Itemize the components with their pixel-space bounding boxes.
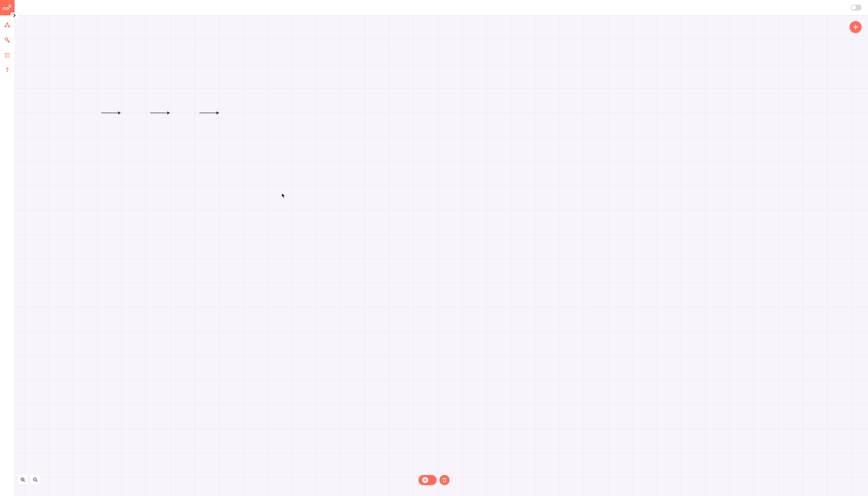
delete-execution-button[interactable] <box>439 475 450 485</box>
sidebar-expand-button[interactable] <box>11 13 18 18</box>
svg-rect-4 <box>5 26 6 27</box>
sidebar-item-executions[interactable] <box>0 47 15 62</box>
svg-rect-5 <box>9 26 10 27</box>
header <box>15 0 868 15</box>
help-icon <box>4 67 10 73</box>
bottom-action-bar <box>418 475 450 485</box>
zoom-in-icon <box>20 477 26 482</box>
play-icon <box>422 477 428 483</box>
svg-point-7 <box>7 71 7 72</box>
sidebar-item-workflows[interactable] <box>0 18 15 32</box>
workflow-canvas[interactable] <box>15 15 868 496</box>
trash-icon <box>443 478 447 482</box>
sidebar-item-credentials[interactable] <box>0 32 15 47</box>
n8n-logo-icon <box>3 4 12 11</box>
list-check-icon <box>4 52 10 58</box>
sidebar <box>0 0 15 496</box>
zoom-in-button[interactable] <box>18 475 28 485</box>
key-icon <box>4 37 10 43</box>
app-logo[interactable] <box>0 0 15 15</box>
add-node-button[interactable] <box>850 21 862 33</box>
sidebar-nav <box>0 18 15 77</box>
svg-point-2 <box>9 5 11 7</box>
zoom-out-icon <box>33 477 38 482</box>
chevron-right-icon <box>13 14 16 17</box>
connector[interactable] <box>150 113 170 113</box>
sidebar-item-help[interactable] <box>0 62 15 77</box>
active-toggle[interactable] <box>851 4 862 11</box>
workflows-icon <box>4 22 10 28</box>
svg-point-0 <box>3 7 5 10</box>
connector[interactable] <box>101 113 121 113</box>
zoom-out-button[interactable] <box>31 475 40 485</box>
svg-point-1 <box>6 7 8 10</box>
connector[interactable] <box>199 113 219 113</box>
execute-workflow-button[interactable] <box>418 475 437 485</box>
active-toggle-container <box>849 4 862 11</box>
plus-icon <box>853 24 858 30</box>
toggle-knob <box>851 5 856 10</box>
svg-rect-3 <box>6 22 8 24</box>
zoom-controls <box>18 475 40 485</box>
